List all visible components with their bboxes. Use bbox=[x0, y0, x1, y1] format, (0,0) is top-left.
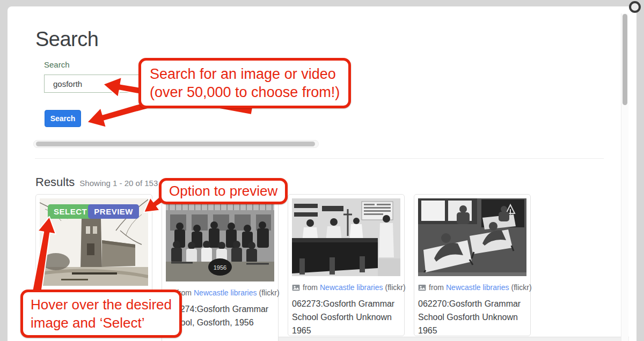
vertical-scrollbar[interactable] bbox=[621, 13, 628, 341]
horizontal-scrollbar[interactable] bbox=[33, 140, 319, 148]
source-suffix: (flickr) bbox=[511, 283, 531, 292]
source-suffix: (flickr) bbox=[259, 288, 279, 297]
result-title: 062270:Gosforth Grammar School Gosforth … bbox=[418, 297, 526, 337]
source-link[interactable]: Newcastle libraries bbox=[446, 283, 509, 292]
source-suffix: (flickr) bbox=[385, 283, 405, 292]
result-title: 062273:Gosforth Grammar School Gosforth … bbox=[292, 297, 400, 337]
section-divider bbox=[35, 158, 604, 159]
vertical-scrollbar-thumb[interactable] bbox=[623, 14, 627, 105]
image-icon bbox=[418, 284, 426, 291]
result-thumbnail-group-photo[interactable]: 1956 bbox=[166, 198, 274, 281]
source-prefix: from bbox=[429, 283, 444, 292]
source-line: from Newcastle libraries (flickr) bbox=[292, 283, 400, 292]
result-thumbnail-drawing-class[interactable] bbox=[418, 198, 526, 276]
search-button[interactable]: Search bbox=[45, 110, 81, 127]
callout-text: (over 50,000 to choose from!) bbox=[150, 83, 340, 101]
next-row-edge bbox=[277, 337, 629, 341]
search-label: Search bbox=[44, 60, 70, 69]
image-icon bbox=[292, 284, 300, 291]
source-line: from Newcastle libraries (flickr) bbox=[166, 288, 274, 297]
callout-text: image and ‘Select’ bbox=[31, 314, 172, 332]
source-prefix: from bbox=[303, 283, 318, 292]
results-count: Showing 1 - 20 of 153 bbox=[79, 179, 158, 188]
results-header: Results Showing 1 - 20 of 153 bbox=[35, 175, 158, 189]
search-annotation-callout: Search for an image or video (over 50,00… bbox=[138, 58, 351, 108]
result-card[interactable]: from Newcastle libraries (flickr) 062270… bbox=[414, 194, 531, 336]
result-thumbnail-lab[interactable] bbox=[292, 198, 400, 276]
source-link[interactable]: Newcastle libraries bbox=[194, 288, 257, 297]
callout-text: Option to preview bbox=[169, 182, 277, 200]
preview-button[interactable]: PREVIEW bbox=[88, 204, 139, 219]
page-title: Search bbox=[35, 28, 98, 51]
callout-text: Hover over the desired bbox=[31, 295, 172, 314]
result-title: 062274:Gosforth Grammar School, Gosforth… bbox=[166, 302, 274, 329]
result-card[interactable]: from Newcastle libraries (flickr) 062273… bbox=[288, 194, 405, 336]
results-heading: Results bbox=[35, 175, 75, 189]
horizontal-scrollbar-thumb[interactable] bbox=[36, 142, 315, 146]
callout-text: Search for an image or video bbox=[150, 65, 340, 83]
select-annotation-callout: Hover over the desired image and ‘Select… bbox=[20, 290, 182, 338]
corner-artifact bbox=[629, 1, 641, 13]
svg-text:1956: 1956 bbox=[214, 264, 226, 271]
preview-annotation-callout: Option to preview bbox=[159, 178, 288, 204]
source-line: from Newcastle libraries (flickr) bbox=[418, 283, 526, 292]
select-button[interactable]: SELECT bbox=[48, 204, 93, 219]
source-link[interactable]: Newcastle libraries bbox=[320, 283, 383, 292]
